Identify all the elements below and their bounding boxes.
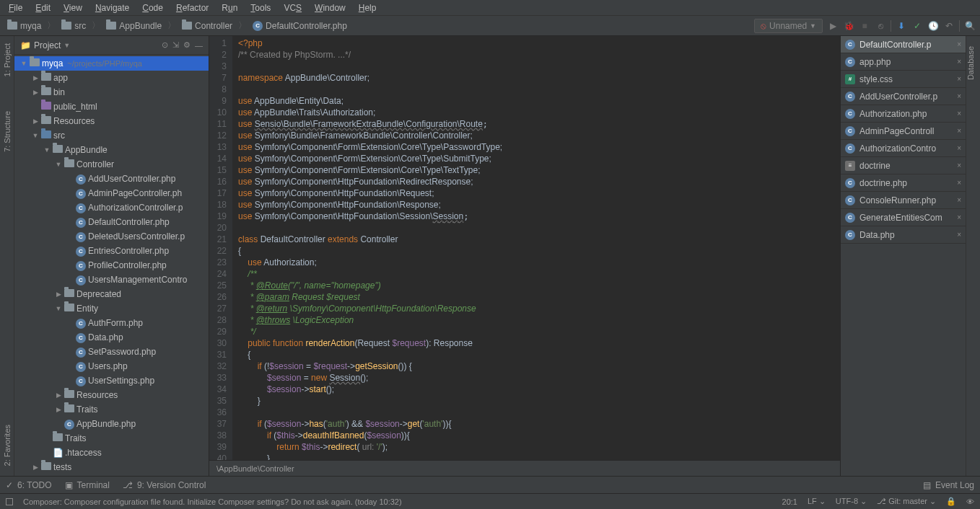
tree-node[interactable]: CSetPassword.php	[14, 345, 209, 359]
close-icon[interactable]: ×	[957, 58, 961, 66]
menu-tools[interactable]: Tools	[245, 1, 276, 14]
vcs-commit-icon[interactable]: ✓	[911, 20, 923, 32]
tree-node[interactable]: CEntriesController.php	[14, 244, 209, 258]
file-tab[interactable]: CAdminPageControll×	[841, 123, 966, 140]
tree-node[interactable]: ▶bin	[14, 85, 209, 99]
tree-node[interactable]: Traits	[14, 431, 209, 446]
tree-node[interactable]: 📄.htaccess	[14, 446, 209, 460]
tree-node[interactable]: CAuthForm.php	[14, 316, 209, 330]
tab-database[interactable]: Database	[966, 43, 975, 83]
run-icon[interactable]: ▶	[827, 20, 839, 32]
stop-icon[interactable]: ■	[859, 20, 870, 32]
menu-help[interactable]: Help	[353, 1, 382, 14]
tab-structure[interactable]: 7: Structure	[3, 108, 12, 155]
hide-icon[interactable]: —	[195, 41, 203, 50]
menu-file[interactable]: File	[3, 1, 28, 14]
breadcrumb-item[interactable]: CDefaultController.php	[250, 19, 350, 32]
tree-node[interactable]: CProfileController.php	[14, 258, 209, 273]
tree-node[interactable]: CData.php	[14, 330, 209, 345]
debug-icon[interactable]: 🐞	[843, 20, 854, 32]
close-icon[interactable]: ×	[957, 161, 961, 169]
close-icon[interactable]: ×	[957, 127, 961, 135]
tree-node[interactable]: CAppBundle.php	[14, 417, 209, 431]
tree-node[interactable]: CDeletedUsersController.p	[14, 229, 209, 244]
tree-node[interactable]: ▶Deprecated	[14, 287, 209, 301]
menu-view[interactable]: View	[58, 1, 88, 14]
lock-icon[interactable]: 🔒	[946, 497, 956, 506]
file-tab[interactable]: CAuthorizationContro×	[841, 140, 966, 157]
tree-node[interactable]: ▼src	[14, 128, 209, 143]
file-encoding[interactable]: UTF-8 ⌄	[836, 497, 867, 506]
file-tab[interactable]: CAuthorization.php×	[841, 105, 966, 123]
breadcrumb-item[interactable]: Controller	[179, 19, 235, 32]
code-editor[interactable]: 1237891011121314151617181920212223242526…	[209, 36, 840, 460]
file-tab[interactable]: CDefaultController.p×	[841, 36, 966, 53]
menu-navigate[interactable]: Navigate	[89, 1, 135, 14]
tab-project[interactable]: 1: Project	[3, 40, 12, 79]
event-log-button[interactable]: ▤ Event Log	[923, 480, 974, 490]
project-tree[interactable]: ▼myqa~/projects/PHP/myqa▶app▶binpublic_h…	[14, 55, 209, 476]
breadcrumb-item[interactable]: AppBundle	[103, 19, 165, 32]
run-config-selector[interactable]: ⦸ Unnamed ▼	[754, 19, 823, 33]
vcs-revert-icon[interactable]: ↶	[943, 20, 955, 32]
menu-vcs[interactable]: VCS	[278, 1, 307, 14]
tree-node[interactable]: CAuthorizationController.p	[14, 200, 209, 215]
close-icon[interactable]: ×	[957, 144, 961, 152]
tree-node[interactable]: CAddUserController.php	[14, 172, 209, 186]
file-tab[interactable]: CData.php×	[841, 226, 966, 244]
vcs-button[interactable]: ⎇ 9: Version Control	[123, 480, 206, 490]
menu-window[interactable]: Window	[309, 1, 351, 14]
menu-run[interactable]: Run	[216, 1, 243, 14]
tree-node[interactable]: ▼AppBundle	[14, 143, 209, 157]
tree-node[interactable]: CDefaultController.php	[14, 215, 209, 229]
tree-node[interactable]: ▶Traits	[14, 402, 209, 417]
close-icon[interactable]: ×	[957, 75, 961, 83]
tab-favorites[interactable]: 2: Favorites	[3, 422, 12, 469]
close-icon[interactable]: ×	[957, 92, 961, 100]
close-icon[interactable]: ×	[957, 40, 961, 48]
search-icon[interactable]: 🔍	[964, 20, 976, 32]
vcs-history-icon[interactable]: 🕓	[927, 20, 939, 32]
close-icon[interactable]: ×	[957, 110, 961, 118]
tree-node[interactable]: CUsersManagementContro	[14, 273, 209, 287]
file-tab[interactable]: #style.css×	[841, 71, 966, 88]
close-icon[interactable]: ×	[957, 179, 961, 187]
menu-refactor[interactable]: Refactor	[170, 1, 214, 14]
attach-icon[interactable]: ⎋	[875, 20, 886, 32]
close-icon[interactable]: ×	[957, 196, 961, 204]
file-tab[interactable]: CConsoleRunner.php×	[841, 192, 966, 209]
git-branch[interactable]: ⎇ Git: master ⌄	[877, 497, 936, 506]
line-separator[interactable]: LF ⌄	[808, 497, 826, 506]
file-tab[interactable]: Cdoctrine.php×	[841, 174, 966, 192]
status-message[interactable]: Composer: Composer configuration file fo…	[23, 497, 772, 506]
breadcrumb-item[interactable]: myqa	[4, 19, 44, 32]
file-tab[interactable]: ≡doctrine×	[841, 157, 966, 174]
collapse-all-icon[interactable]: ⇲	[172, 40, 179, 50]
file-tab[interactable]: CAddUserController.p×	[841, 88, 966, 105]
gear-icon[interactable]: ⚙	[183, 40, 191, 50]
tree-node[interactable]: ▼Entity	[14, 301, 209, 316]
tool-window-toggle-icon[interactable]	[6, 498, 13, 505]
tree-node[interactable]: CUsers.php	[14, 359, 209, 373]
tree-node[interactable]: ▶app	[14, 71, 209, 85]
terminal-button[interactable]: ▣ Terminal	[65, 480, 110, 490]
file-tab[interactable]: Capp.php×	[841, 53, 966, 71]
tree-node[interactable]: ▼Controller	[14, 157, 209, 172]
close-icon[interactable]: ×	[957, 231, 961, 239]
file-tab[interactable]: CGenerateEntitiesCom×	[841, 209, 966, 226]
menu-code[interactable]: Code	[136, 1, 169, 14]
tree-node[interactable]: public_html	[14, 99, 209, 114]
tree-node[interactable]: ▼myqa~/projects/PHP/myqa	[14, 56, 209, 71]
tree-node[interactable]: CAdminPageController.ph	[14, 186, 209, 200]
scroll-to-source-icon[interactable]: ⊙	[162, 40, 168, 50]
todo-button[interactable]: ✓ 6: TODO	[6, 480, 52, 490]
inspector-icon[interactable]: 👁	[966, 497, 974, 506]
close-icon[interactable]: ×	[957, 213, 961, 221]
tree-node[interactable]: CUserSettings.php	[14, 373, 209, 388]
code-content[interactable]: <?php /** Created by PhpStorm. ...*/ nam…	[232, 36, 840, 460]
tree-node[interactable]: ▶Resources	[14, 114, 209, 128]
menu-edit[interactable]: Edit	[30, 1, 56, 14]
tree-node[interactable]: ▶Resources	[14, 388, 209, 402]
vcs-update-icon[interactable]: ⬇	[896, 20, 907, 32]
breadcrumb-item[interactable]: src	[58, 19, 89, 32]
